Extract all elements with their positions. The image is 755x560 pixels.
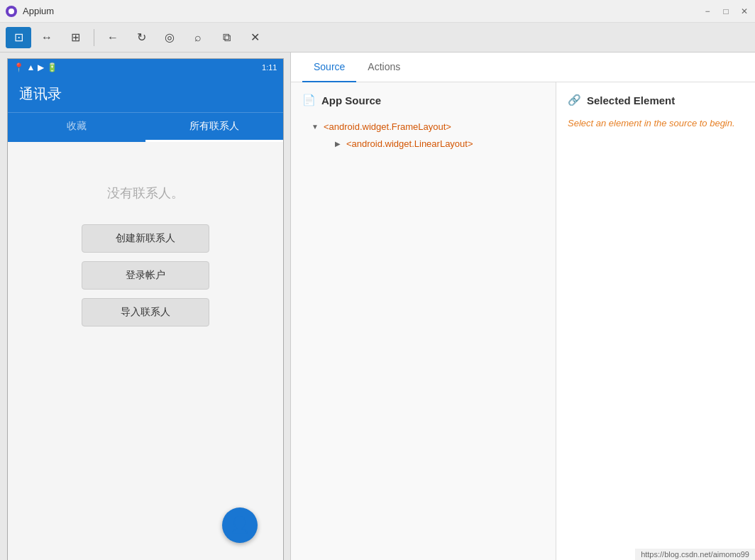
maximize-button[interactable]: □: [721, 6, 731, 16]
fab-icon: 👤: [230, 516, 249, 534]
source-header-icon: 📄: [302, 94, 316, 106]
app-icon: [6, 6, 17, 17]
no-contacts-text: 没有联系人。: [107, 185, 184, 202]
status-time: 1:11: [262, 63, 277, 72]
selected-hint: Select an element in the source to begin…: [568, 118, 744, 128]
tree-item-framelayout[interactable]: ▼ <android.widget.FrameLayout>: [308, 118, 544, 135]
back-button[interactable]: ←: [100, 27, 126, 48]
swipe-button[interactable]: ↔: [34, 27, 60, 48]
title-text: Appium: [23, 6, 54, 16]
select-element-button[interactable]: ⊡: [6, 27, 31, 48]
refresh-button[interactable]: ↻: [128, 27, 154, 48]
search-button[interactable]: ⌕: [185, 27, 211, 48]
selected-panel: 🔗 Selected Element Select an element in …: [556, 82, 755, 560]
fab-button[interactable]: 👤: [222, 507, 258, 543]
login-account-button[interactable]: 登录帐户: [82, 261, 209, 290]
tree-toggle-linearlayout[interactable]: ▶: [332, 138, 343, 149]
tab-actions[interactable]: Actions: [356, 53, 412, 82]
phone-tab-bar: 收藏 所有联系人: [8, 112, 283, 142]
contact-content: 没有联系人。 创建新联系人 登录帐户 导入联系人 👤: [8, 142, 283, 560]
url-bar: https://blog.csdn.net/aimomo99: [635, 549, 755, 560]
selected-header: 🔗 Selected Element: [568, 94, 744, 106]
toolbar-separator: [94, 29, 94, 46]
android-app-title: 通讯录: [19, 84, 272, 104]
wifi-icon: ▶: [38, 62, 44, 72]
status-icons: 📍 ▲ ▶ 🔋: [13, 62, 58, 72]
tree-label-linearlayout: <android.widget.LinearLayout>: [346, 138, 473, 149]
tab-content: 📄 App Source ▼ <android.widget.FrameLayo…: [291, 82, 755, 560]
right-panel: Source Actions 📄 App Source ▼ <android.w…: [291, 53, 755, 560]
source-tree: ▼ <android.widget.FrameLayout> ▶ <androi…: [302, 118, 544, 152]
app-header: 通讯录: [8, 76, 283, 112]
import-contacts-button[interactable]: 导入联系人: [82, 298, 209, 326]
location-icon: 📍: [13, 62, 24, 72]
signal-icon: ▲: [27, 62, 35, 72]
selected-header-icon: 🔗: [568, 94, 581, 106]
tab-source[interactable]: Source: [302, 53, 356, 82]
title-bar: Appium − □ ✕: [0, 0, 755, 23]
window-controls: − □ ✕: [702, 6, 749, 16]
source-header-text: App Source: [321, 94, 381, 106]
tree-item-linearlayout[interactable]: ▶ <android.widget.LinearLayout>: [331, 135, 544, 152]
copy-xml-button[interactable]: ⧉: [214, 27, 239, 48]
phone-tab-favorites[interactable]: 收藏: [8, 113, 145, 142]
main-content: 📍 ▲ ▶ 🔋 1:11 通讯录 收藏 所有联系人 没有联系人。 创建新联系人: [0, 53, 755, 560]
tap-button[interactable]: ⊞: [62, 27, 88, 48]
tree-label-framelayout: <android.widget.FrameLayout>: [324, 121, 451, 132]
tree-child-linearlayout: ▶ <android.widget.LinearLayout>: [308, 135, 544, 152]
source-header: 📄 App Source: [302, 94, 544, 106]
source-panel: 📄 App Source ▼ <android.widget.FrameLayo…: [291, 82, 556, 560]
title-bar-left: Appium: [6, 6, 54, 17]
phone-panel: 📍 ▲ ▶ 🔋 1:11 通讯录 收藏 所有联系人 没有联系人。 创建新联系人: [0, 53, 291, 560]
quit-session-button[interactable]: ✕: [242, 27, 268, 48]
status-bar: 📍 ▲ ▶ 🔋 1:11: [8, 59, 283, 76]
tree-toggle-framelayout[interactable]: ▼: [309, 121, 321, 132]
minimize-button[interactable]: −: [702, 6, 712, 16]
tabs-bar: Source Actions: [291, 53, 755, 82]
battery-icon: 🔋: [47, 62, 57, 72]
phone-tab-all-contacts[interactable]: 所有联系人: [145, 113, 283, 142]
toolbar: ⊡ ↔ ⊞ ← ↻ ◎ ⌕ ⧉ ✕: [0, 23, 755, 53]
create-contact-button[interactable]: 创建新联系人: [82, 224, 209, 253]
selected-header-text: Selected Element: [587, 94, 675, 106]
close-button[interactable]: ✕: [739, 6, 749, 16]
phone-screen: 📍 ▲ ▶ 🔋 1:11 通讯录 收藏 所有联系人 没有联系人。 创建新联系人: [7, 58, 284, 560]
inspect-button[interactable]: ◎: [157, 27, 182, 48]
